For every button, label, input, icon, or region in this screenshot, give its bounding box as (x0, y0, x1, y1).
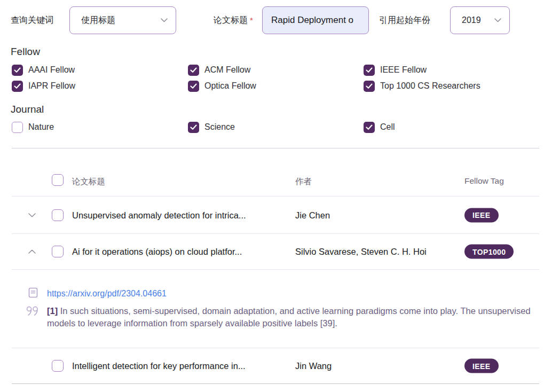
checkbox-acm-fellow[interactable]: ACM Fellow (188, 64, 250, 76)
fellow-tag-badge: IEEE (464, 208, 499, 222)
citation-quote: [1] In such situations, semi-supervised,… (47, 305, 536, 330)
checkbox-label: Science (204, 122, 235, 132)
paper-authors: Jin Wang (295, 361, 332, 371)
row-checkbox[interactable] (52, 360, 64, 372)
checkbox-top1000-researchers[interactable]: Top 1000 CS Researchers (364, 80, 480, 92)
expanded-row-panel: https://arxiv.org/pdf/2304.04661 [1] In … (0, 270, 544, 348)
unchecked-checkbox-icon (52, 360, 64, 372)
citation-ref: [1] (47, 306, 58, 316)
checkbox-label: Top 1000 CS Researchers (380, 81, 480, 91)
unchecked-checkbox-icon (52, 246, 64, 257)
table-row: Ai for it operations (aiops) on cloud pl… (0, 234, 544, 269)
paper-title-label: 论文标题* (214, 6, 253, 34)
chevron-down-icon (494, 18, 501, 22)
checked-checkbox-icon (188, 65, 199, 76)
table-header: 论文标题 作者 Fellow Tag (0, 148, 544, 196)
checked-checkbox-icon (12, 81, 23, 92)
checkbox-label: Cell (380, 122, 395, 132)
checkbox-iapr-fellow[interactable]: IAPR Fellow (12, 80, 75, 92)
paper-title: Ai for it operations (aiops) on cloud pl… (72, 247, 242, 257)
column-header-author: 作者 (295, 176, 312, 187)
paper-authors: Jie Chen (295, 210, 330, 220)
keyword-select-value: 使用标题 (81, 15, 115, 26)
checked-checkbox-icon (364, 65, 375, 76)
checkbox-label: Nature (28, 122, 54, 132)
checkbox-optica-fellow[interactable]: Optica Fellow (188, 80, 256, 92)
checkbox-label: Optica Fellow (204, 81, 256, 91)
column-header-fellow-tag: Fellow Tag (464, 176, 504, 186)
unchecked-checkbox-icon (52, 209, 64, 221)
expand-chevron-down-icon[interactable] (28, 213, 36, 217)
badge-label: IEEE (464, 359, 499, 373)
divider (12, 383, 539, 384)
table-row: Intelligent detection for key performanc… (0, 348, 544, 383)
fellow-section-heading: Fellow (11, 46, 40, 58)
checkbox-ieee-fellow[interactable]: IEEE Fellow (364, 64, 427, 76)
checkbox-nature[interactable]: Nature (12, 121, 54, 133)
year-select-value: 2019 (462, 15, 481, 25)
paper-title-input[interactable] (262, 6, 369, 34)
paper-title-label-text: 论文标题 (214, 15, 248, 25)
paper-authors: Silvio Savarese, Steven C. H. Hoi (295, 247, 427, 257)
checked-checkbox-icon (188, 122, 199, 133)
badge-label: TOP1000 (464, 245, 514, 259)
required-asterisk: * (250, 15, 253, 25)
fellow-tag-badge: TOP1000 (464, 245, 514, 259)
row-checkbox[interactable] (52, 209, 64, 221)
table-row: Unsupervised anomaly detection for intri… (0, 197, 544, 233)
keyword-select[interactable]: 使用标题 (69, 6, 176, 34)
row-checkbox[interactable] (52, 246, 64, 257)
paper-title: Intelligent detection for key performanc… (72, 361, 246, 371)
citation-text: In such situations, semi-supervised, dom… (47, 306, 531, 328)
fellow-tag-badge: IEEE (464, 359, 499, 373)
checkbox-label: IEEE Fellow (380, 65, 427, 75)
unchecked-checkbox-icon (12, 122, 23, 133)
cite-year-label: 引用起始年份 (379, 6, 430, 34)
journal-section-heading: Journal (11, 104, 44, 115)
pdf-link[interactable]: https://arxiv.org/pdf/2304.04661 (47, 288, 167, 299)
collapse-chevron-up-icon[interactable] (28, 249, 36, 254)
checkbox-aaai-fellow[interactable]: AAAI Fellow (12, 64, 75, 76)
query-form: 查询关键词 使用标题 论文标题* 引用起始年份 2019 (0, 6, 544, 34)
checkbox-science[interactable]: Science (188, 121, 235, 133)
document-icon (28, 287, 38, 300)
badge-label: IEEE (464, 208, 499, 222)
checked-checkbox-icon (188, 81, 199, 92)
chevron-down-icon (161, 18, 168, 22)
quote-icon (26, 306, 40, 318)
year-select[interactable]: 2019 (450, 6, 510, 34)
checkbox-cell[interactable]: Cell (364, 121, 395, 133)
checked-checkbox-icon (12, 65, 23, 76)
checkbox-label: AAAI Fellow (28, 65, 75, 75)
checked-checkbox-icon (364, 122, 375, 133)
select-all-checkbox[interactable] (52, 174, 64, 186)
paper-title: Unsupervised anomaly detection for intri… (72, 210, 246, 220)
search-page: 查询关键词 使用标题 论文标题* 引用起始年份 2019 Fellow AAAI… (0, 0, 544, 392)
checkbox-label: ACM Fellow (204, 65, 250, 75)
checked-checkbox-icon (364, 81, 375, 92)
keyword-label: 查询关键词 (11, 6, 53, 34)
column-header-title: 论文标题 (72, 176, 105, 187)
checkbox-label: IAPR Fellow (28, 81, 75, 91)
